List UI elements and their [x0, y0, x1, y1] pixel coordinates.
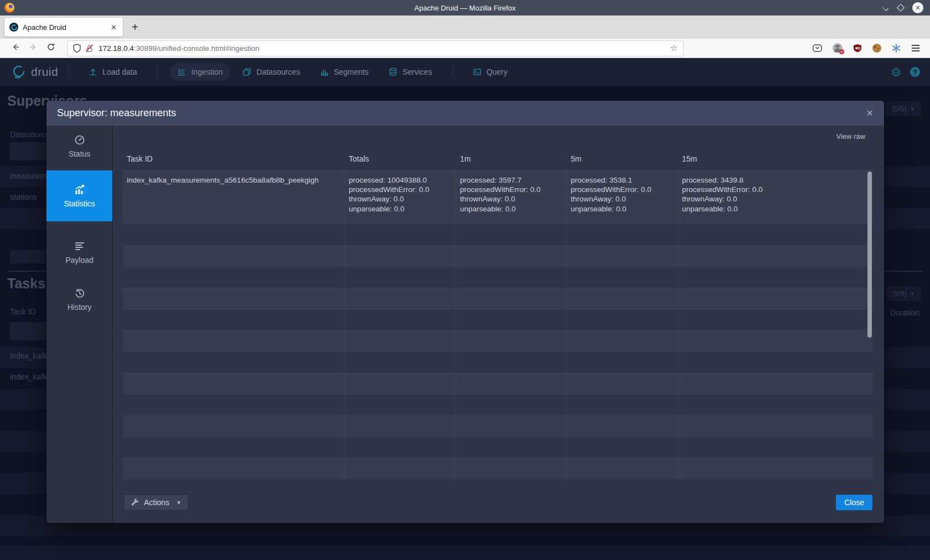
pocket-icon[interactable] — [813, 44, 822, 53]
browser-tab[interactable]: Apache Druid ✕ — [4, 18, 123, 37]
back-button[interactable] — [7, 43, 24, 54]
colorful-asterisk-extension-icon[interactable] — [892, 44, 901, 53]
cell-totals: processed: 10049388.0 processedWithError… — [345, 171, 456, 224]
cell-task-id: index_kafka_measurements_a5616c5ba8afb8b… — [123, 171, 345, 224]
druid-brand-label: druid — [31, 65, 58, 79]
supervisor-row-stations[interactable]: stations — [10, 193, 37, 201]
align-left-icon — [74, 241, 85, 252]
nav-item-ingestion[interactable]: Ingestion — [170, 63, 231, 81]
tab-close-icon[interactable]: ✕ — [110, 23, 118, 32]
datasource-column-header: Datasource — [10, 130, 50, 139]
browser-toolbar: 172.18.0.4:30899/unified-console.html#in… — [0, 39, 930, 58]
druid-logo-icon — [10, 64, 27, 80]
tasks-count: (9/9) — [892, 289, 907, 298]
sidebar-item-label: Status — [69, 149, 91, 158]
nav-item-segments[interactable]: Segments — [312, 63, 376, 81]
table-row-empty — [123, 266, 873, 288]
supervisors-count: (5/5) — [892, 105, 907, 113]
cell-5m: processed: 3538.1 processedWithError: 0.… — [567, 171, 678, 224]
url-path: :30899/unified-console.html#ingestion — [134, 44, 260, 53]
hamburger-menu-icon[interactable] — [911, 44, 920, 52]
bg-table-stripe — [0, 546, 930, 560]
sidebar-item-label: Statistics — [64, 199, 95, 208]
table-header-row: Task ID Totals 1m 5m 15m — [123, 147, 873, 171]
nav-item-load-data[interactable]: Load data — [81, 63, 144, 81]
url-bar[interactable]: 172.18.0.4:30899/unified-console.html#in… — [68, 41, 683, 56]
table-row-empty — [123, 394, 873, 416]
column-header-totals: Totals — [345, 154, 456, 163]
nav-item-label: Load data — [102, 68, 137, 76]
view-raw-link[interactable]: View raw — [836, 132, 865, 141]
task-row[interactable]: index_kafk — [10, 372, 47, 381]
actions-button[interactable]: Actions ▼ — [124, 495, 188, 510]
wrench-icon — [131, 498, 140, 507]
dialog-close-icon[interactable]: ✕ — [866, 109, 874, 118]
new-tab-button[interactable]: + — [132, 22, 138, 33]
supervisors-count-dropdown[interactable]: (5/5) ▼ — [886, 101, 921, 116]
window-minimize-button[interactable] — [882, 4, 889, 11]
duration-column-header: Duration — [890, 308, 919, 317]
cell-15m: processed: 3439.8 processedWithError: 0.… — [678, 171, 873, 224]
settings-gear-icon[interactable]: ⚙ — [891, 66, 901, 78]
sidebar-item-payload[interactable]: Payload — [46, 232, 112, 272]
window-maximize-button[interactable] — [897, 4, 905, 12]
window-titlebar: Apache Druid — Mozilla Firefox ✕ — [0, 0, 930, 15]
window-close-button[interactable]: ✕ — [912, 2, 923, 13]
table-row-empty — [123, 458, 873, 480]
tasks-heading: Tasks — [7, 276, 45, 292]
dialog-sidebar: Status Statistics Payl — [46, 126, 113, 523]
caret-down-icon: ▼ — [176, 500, 182, 506]
query-icon — [473, 68, 482, 76]
close-button[interactable]: Close — [836, 495, 872, 510]
nav-item-datasources[interactable]: Datasources — [235, 63, 308, 81]
sidebar-item-label: History — [68, 303, 92, 312]
navbar-divider — [157, 65, 158, 79]
account-extension-icon[interactable]: ✕ — [833, 43, 843, 53]
ublock-origin-icon[interactable] — [853, 44, 862, 53]
bookmark-star-icon[interactable]: ☆ — [670, 43, 678, 53]
nav-item-label: Services — [402, 68, 432, 76]
sidebar-item-history[interactable]: History — [46, 279, 112, 319]
url-host: 172.18.0.4 — [99, 44, 134, 53]
tracking-shield-icon[interactable] — [73, 44, 81, 53]
dialog-title: Supervisor: measurements — [57, 107, 176, 119]
table-row-empty — [123, 288, 873, 309]
supervisor-dialog: Supervisor: measurements ✕ Status — [46, 101, 884, 523]
chevron-down-icon: ▼ — [910, 106, 915, 112]
help-icon[interactable]: ? — [910, 67, 920, 77]
nav-item-label: Datasources — [256, 68, 300, 76]
table-row-task-stats[interactable]: index_kafka_measurements_a5616c5ba8afb8b… — [123, 171, 873, 224]
history-icon — [74, 288, 85, 299]
table-row-empty — [123, 309, 873, 330]
tasks-count-dropdown[interactable]: (9/9) ▼ — [886, 286, 921, 301]
forward-button[interactable] — [24, 43, 42, 54]
reload-button[interactable] — [42, 43, 60, 54]
url-text: 172.18.0.4:30899/unified-console.html#in… — [99, 44, 259, 53]
table-row-empty — [123, 245, 873, 267]
ingestion-icon — [178, 68, 187, 76]
browser-action-icons: ✕ — [813, 43, 923, 53]
nav-item-label: Segments — [334, 68, 369, 76]
task-row[interactable]: index_kafk — [10, 351, 47, 360]
tab-favicon-icon — [9, 23, 18, 32]
table-scrollbar[interactable] — [867, 172, 872, 338]
sidebar-item-statistics[interactable]: Statistics — [46, 170, 112, 221]
extension-badge-icon: ✕ — [839, 49, 844, 54]
navbar-divider — [68, 65, 69, 79]
nav-item-services[interactable]: Services — [381, 63, 440, 81]
dialog-footer: Actions ▼ Close — [123, 479, 873, 523]
chevron-down-icon: ▼ — [910, 291, 915, 297]
tab-title: Apache Druid — [23, 23, 110, 32]
cookie-extension-icon[interactable] — [872, 44, 881, 53]
column-header-task-id: Task ID — [123, 154, 345, 163]
insecure-lock-icon[interactable] — [85, 44, 94, 53]
task-id-column-header: Task ID — [10, 307, 36, 316]
sidebar-item-status[interactable]: Status — [46, 128, 112, 164]
nav-item-query[interactable]: Query — [465, 63, 515, 81]
navbar-divider — [452, 65, 453, 79]
column-header-1m: 1m — [456, 154, 567, 163]
druid-navbar: druid Load data Ingestion Datasources — [0, 58, 930, 86]
druid-console: druid Load data Ingestion Datasources — [0, 58, 930, 560]
druid-brand[interactable]: druid — [10, 64, 58, 80]
dialog-content: View raw Task ID Totals 1m 5m 15m index_… — [113, 126, 884, 523]
